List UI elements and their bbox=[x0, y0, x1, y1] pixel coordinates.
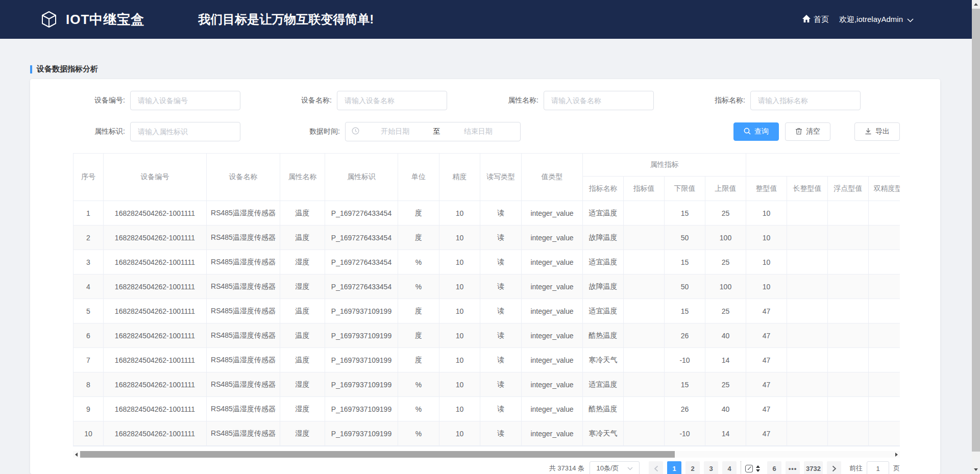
clear-button[interactable]: 清空 bbox=[785, 122, 830, 141]
table-cell: 温度 bbox=[280, 201, 325, 226]
vertical-scrollbar-thumb[interactable] bbox=[972, 9, 980, 452]
group-column-header: 属性指标 bbox=[583, 154, 746, 177]
scroll-down-arrow-icon[interactable] bbox=[972, 465, 980, 474]
pagination-page-6[interactable]: 6 bbox=[767, 461, 781, 474]
table-cell: P_1697937109199 bbox=[325, 323, 398, 348]
device-name-input[interactable] bbox=[337, 91, 447, 110]
page-size-value: 10条/页 bbox=[597, 464, 619, 473]
page-size-select[interactable]: 10条/页 bbox=[590, 461, 640, 474]
column-header: 值类型 bbox=[522, 154, 583, 201]
table-cell: RS485温湿度传感器 bbox=[207, 372, 280, 397]
table-cell: 1 bbox=[74, 201, 104, 226]
pagination-page-3[interactable]: 3 bbox=[704, 461, 718, 474]
table-cell: 10 bbox=[439, 299, 480, 323]
column-header: 序号 bbox=[74, 154, 104, 201]
filter-metric-name: 指标名称: bbox=[693, 91, 900, 110]
horizontal-scrollbar[interactable] bbox=[73, 451, 900, 458]
table-cell: 47 bbox=[746, 397, 787, 421]
table-cell: integer_value bbox=[522, 397, 583, 421]
vertical-scrollbar[interactable] bbox=[972, 0, 980, 474]
table-cell: 1682824504262-1001111 bbox=[104, 201, 207, 226]
attr-name-input[interactable] bbox=[544, 91, 654, 110]
table-row: 101682824504262-1001111RS485温湿度传感器湿度P_16… bbox=[74, 421, 900, 446]
table-cell: 15 bbox=[665, 372, 705, 397]
pagination-last-page[interactable]: 3732 bbox=[804, 461, 823, 474]
table-cell: 1682824504262-1001111 bbox=[104, 421, 207, 446]
scroll-right-arrow-icon[interactable] bbox=[893, 451, 900, 458]
table-cell bbox=[869, 397, 900, 421]
table-cell: 1682824504262-1001111 bbox=[104, 323, 207, 348]
table-cell: P_1697937109199 bbox=[325, 348, 398, 372]
checkbox-pointer-icon bbox=[745, 464, 753, 473]
attr-key-input[interactable] bbox=[130, 122, 240, 141]
device-code-input[interactable] bbox=[130, 91, 240, 110]
goto-unit: 页 bbox=[893, 464, 900, 473]
scroll-left-arrow-icon[interactable] bbox=[73, 451, 80, 458]
table-cell: 读 bbox=[480, 372, 522, 397]
table-cell: 47 bbox=[746, 421, 787, 446]
pagination-goto: 前往 页 bbox=[849, 461, 900, 474]
column-header: 精度 bbox=[439, 154, 480, 201]
table-cell: 47 bbox=[746, 299, 787, 323]
table-row: 21682824504262-1001111RS485温湿度传感器温度P_169… bbox=[74, 226, 900, 250]
export-button[interactable]: 导出 bbox=[854, 122, 900, 141]
download-icon bbox=[865, 128, 872, 136]
table-cell bbox=[828, 250, 869, 275]
horizontal-scrollbar-thumb[interactable] bbox=[80, 451, 675, 458]
table-cell: integer_value bbox=[522, 299, 583, 323]
table-cell: integer_value bbox=[522, 372, 583, 397]
pagination-page-2[interactable]: 2 bbox=[685, 461, 700, 474]
table-cell bbox=[828, 372, 869, 397]
nav-home[interactable]: 首页 bbox=[802, 15, 829, 24]
data-table-viewport: 序号 设备编号 设备名称 属性名称 属性标识 单位 精度 读写类型 值类型 属性… bbox=[73, 153, 900, 446]
table-cell: 10 bbox=[439, 275, 480, 299]
table-cell: 25 bbox=[705, 299, 746, 323]
table-cell: 10 bbox=[439, 372, 480, 397]
table-cell: 26 bbox=[665, 323, 705, 348]
table-cell: P_1697937109199 bbox=[325, 372, 398, 397]
home-icon bbox=[802, 15, 811, 24]
table-cell: 5 bbox=[74, 299, 104, 323]
search-button[interactable]: 查询 bbox=[733, 122, 779, 141]
pagination-next-button[interactable] bbox=[827, 461, 841, 474]
filter-attr-name: 属性名称: bbox=[486, 91, 693, 110]
table-cell bbox=[828, 201, 869, 226]
table-cell bbox=[787, 397, 828, 421]
data-time-label: 数据时间: bbox=[288, 127, 345, 136]
spinner-arrows-icon bbox=[756, 465, 760, 472]
table-cell: 度 bbox=[398, 299, 439, 323]
table-cell: 度 bbox=[398, 348, 439, 372]
scroll-up-arrow-icon[interactable] bbox=[972, 0, 980, 9]
sub-column-header: 指标名称 bbox=[583, 177, 624, 201]
end-date-placeholder: 结束日期 bbox=[443, 127, 514, 136]
table-cell: integer_value bbox=[522, 323, 583, 348]
date-range-picker[interactable]: 开始日期 至 结束日期 bbox=[345, 122, 521, 141]
table-cell: integer_value bbox=[522, 421, 583, 446]
table-cell: 适宜温度 bbox=[583, 372, 624, 397]
table-cell: 温度 bbox=[280, 323, 325, 348]
table-cell: P_1697937109199 bbox=[325, 397, 398, 421]
pagination-page-1[interactable]: 1 bbox=[667, 461, 681, 474]
pagination-more-button[interactable]: ••• bbox=[786, 461, 800, 474]
table-cell: 14 bbox=[705, 421, 746, 446]
metric-name-input[interactable] bbox=[750, 91, 861, 110]
table-cell: 40 bbox=[705, 397, 746, 421]
user-menu[interactable]: 欢迎,iotrelayAdmin bbox=[839, 15, 914, 24]
pagination-bar: 共 37314 条 10条/页 1 2 3 4 6 ••• 3732 前往 bbox=[73, 461, 900, 474]
table-cell: 读 bbox=[480, 226, 522, 250]
pagination-prev-button[interactable] bbox=[649, 461, 663, 474]
table-cell: 10 bbox=[439, 323, 480, 348]
table-cell: 10 bbox=[746, 275, 787, 299]
filter-row-2: 属性标识: 数据时间: 开始日期 至 结束日期 bbox=[73, 122, 900, 141]
pagination-page-4[interactable]: 4 bbox=[722, 461, 737, 474]
table-cell bbox=[624, 299, 665, 323]
pagination-page-5-glitch-button[interactable] bbox=[741, 461, 763, 474]
table-cell: 读 bbox=[480, 250, 522, 275]
table-row: 91682824504262-1001111RS485温湿度传感器湿度P_169… bbox=[74, 397, 900, 421]
goto-label: 前往 bbox=[849, 464, 863, 473]
table-cell: P_1697276433454 bbox=[325, 275, 398, 299]
table-cell bbox=[869, 275, 900, 299]
table-cell: 故障温度 bbox=[583, 226, 624, 250]
goto-page-input[interactable] bbox=[867, 461, 889, 474]
table-cell: 50 bbox=[665, 226, 705, 250]
